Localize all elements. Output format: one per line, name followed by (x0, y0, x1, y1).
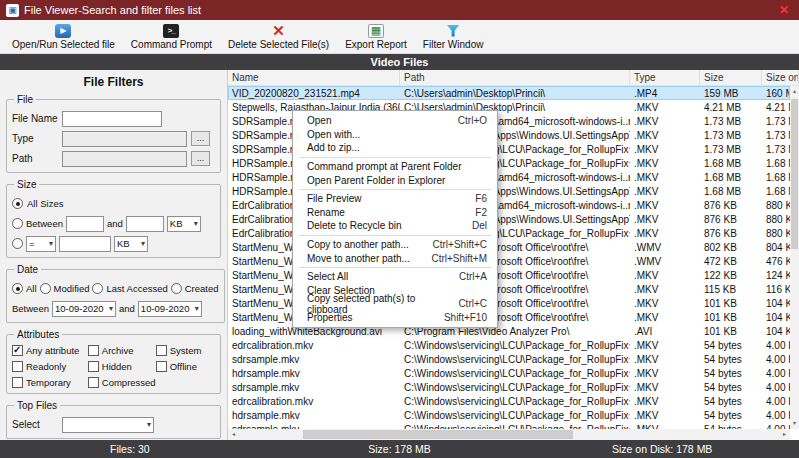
size-unit-value-2: KB (117, 238, 130, 249)
size-min-input[interactable] (66, 216, 104, 232)
column-header-size[interactable]: Size (700, 70, 762, 85)
context-menu-item[interactable]: Rename F2 (293, 206, 497, 220)
all-sizes-radio[interactable] (12, 198, 23, 209)
toolbar-label: Delete Selected File(s) (228, 39, 329, 50)
context-menu-item[interactable]: Delete to Recycle bin Del (293, 219, 497, 233)
file-name-input[interactable] (62, 111, 162, 127)
toolbar-button[interactable]: Open/Run Selected file (4, 20, 123, 53)
context-menu-item[interactable]: Copy selected path(s) to clipboard Ctrl+… (293, 297, 497, 311)
column-header-type[interactable]: Type (630, 70, 700, 85)
table-row[interactable]: VID_20200820_231521.mp4 C:\Users\admin\D… (228, 86, 790, 100)
horizontal-scrollbar-thumb[interactable] (303, 430, 573, 439)
context-menu-item[interactable]: Copy to another path... Ctrl+Shift+C (293, 238, 497, 252)
context-menu-item[interactable]: Move to another path... Ctrl+Shift+M (293, 251, 497, 265)
attribute-checkbox[interactable] (156, 361, 167, 372)
cell-size-on-disk: 4.00 KB (762, 340, 790, 351)
path-row: Path ... (12, 150, 215, 167)
menu-item-shortcut: F2 (475, 207, 487, 218)
context-menu-item[interactable]: Add to zip... (293, 141, 497, 155)
cell-size-on-disk: 1.68 MB (762, 186, 790, 197)
context-menu-item[interactable]: Open Ctrl+O (293, 114, 497, 128)
path-input[interactable] (62, 151, 187, 167)
toolbar-button[interactable]: Export Report (337, 20, 415, 53)
column-header-size-on-disk[interactable]: Size on Disk (762, 70, 799, 85)
size-unit-select-2[interactable]: KB (114, 236, 148, 252)
size-between-radio[interactable] (12, 218, 23, 229)
attribute-checkbox[interactable] (88, 377, 99, 388)
date-created-radio[interactable] (171, 283, 182, 294)
menu-item-shortcut: Ctrl+C (458, 298, 487, 309)
cell-path: C:\Windows\servicing\LCU\Package_for_Rol… (400, 382, 630, 393)
toolbar-button[interactable]: Command Prompt (123, 20, 220, 53)
attribute-option[interactable]: Offline (156, 361, 215, 372)
cell-size-on-disk: 804 KB (762, 242, 790, 253)
attribute-option[interactable]: Temporary (12, 377, 88, 388)
path-browse-button[interactable]: ... (191, 151, 210, 166)
column-header-path[interactable]: Path (400, 70, 630, 85)
table-row[interactable]: hdrsample.mkv C:\Windows\servicing\LCU\P… (228, 366, 790, 380)
type-label: Type (12, 133, 58, 144)
attribute-checkbox[interactable] (156, 345, 167, 356)
scroll-left-icon[interactable] (228, 429, 239, 440)
date-to-picker[interactable]: 10-09-2020 (138, 301, 202, 317)
attribute-checkbox[interactable] (12, 345, 23, 356)
table-row[interactable]: sdrsample.mkv C:\Windows\servicing\LCU\P… (228, 380, 790, 394)
size-operator-select[interactable]: = (26, 236, 56, 252)
date-last-accessed-radio[interactable] (92, 283, 103, 294)
attribute-checkbox[interactable] (88, 361, 99, 372)
table-header: Name Path Type Size Size on Disk (228, 70, 799, 86)
attribute-option[interactable]: Readonly (12, 361, 88, 372)
table-row[interactable]: sdrsample.mkv C:\Windows\servicing\LCU\P… (228, 352, 790, 366)
context-menu-item[interactable]: Open Parent Folder in Explorer (293, 173, 497, 187)
cell-size-on-disk: 104 KB (762, 298, 790, 309)
attribute-checkbox[interactable] (88, 345, 99, 356)
table-row[interactable]: edrcalibration.mkv C:\Windows\servicing\… (228, 394, 790, 408)
attributes-filter-group: Attributes Any attribute Archive System … (6, 329, 221, 394)
context-menu-item[interactable]: Select All Ctrl+A (293, 270, 497, 284)
cell-size-on-disk: 4.00 KB (762, 396, 790, 407)
table-row[interactable]: sdrsample.mkv C:\Windows\servicing\LCU\P… (228, 422, 790, 429)
vertical-scrollbar[interactable] (790, 86, 799, 429)
all-sizes-option[interactable]: All Sizes (12, 195, 215, 212)
status-files-count: Files: 30 (110, 443, 150, 455)
attribute-checkbox[interactable] (12, 361, 23, 372)
attribute-label: Any attribute (26, 345, 79, 356)
date-filter-group: Date All Modified Last Accessed Created … (6, 264, 225, 323)
column-header-name[interactable]: Name (228, 70, 400, 85)
path-label: Path (12, 153, 58, 164)
scroll-up-icon[interactable] (790, 86, 799, 97)
toolbar: Open/Run Selected file Command Prompt De… (0, 20, 799, 54)
cell-name: sdrsample.mkv (228, 354, 400, 365)
date-from-picker[interactable]: 10-09-2020 (52, 301, 116, 317)
type-browse-button[interactable]: ... (191, 131, 210, 146)
vertical-scrollbar-thumb[interactable] (791, 99, 798, 249)
table-row[interactable]: edrcalibration.mkv C:\Windows\servicing\… (228, 338, 790, 352)
horizontal-scrollbar[interactable] (228, 429, 790, 440)
size-max-input[interactable] (126, 216, 164, 232)
context-menu-item[interactable]: File Preview F6 (293, 192, 497, 206)
scroll-down-icon[interactable] (790, 418, 799, 429)
toolbar-button[interactable]: Filter Window (415, 20, 492, 53)
cell-type: .MKV (630, 172, 700, 183)
attribute-option[interactable]: Hidden (88, 361, 156, 372)
attribute-option[interactable]: Any attribute (12, 345, 88, 356)
close-icon[interactable] (775, 3, 793, 17)
size-unit-select[interactable]: KB (167, 216, 201, 232)
attribute-checkbox[interactable] (12, 377, 23, 388)
cell-size-on-disk: 880 KB (762, 214, 790, 225)
top-files-select[interactable] (62, 417, 154, 433)
date-modified-radio[interactable] (40, 283, 51, 294)
context-menu-item[interactable]: Command prompt at Parent Folder (293, 160, 497, 174)
date-all-radio[interactable] (12, 283, 23, 294)
attribute-option[interactable]: Archive (88, 345, 156, 356)
context-menu-item[interactable]: Open with... (293, 128, 497, 142)
cell-type: .MKV (630, 382, 700, 393)
size-value-input[interactable] (59, 236, 111, 252)
scroll-right-icon[interactable] (779, 429, 790, 440)
toolbar-button[interactable]: Delete Selected File(s) (220, 20, 337, 53)
size-compare-radio[interactable] (12, 238, 23, 249)
attribute-option[interactable]: Compressed (88, 377, 156, 388)
attribute-option[interactable]: System (156, 345, 215, 356)
table-row[interactable]: hdrsample.mkv C:\Windows\servicing\LCU\P… (228, 408, 790, 422)
type-input[interactable] (62, 131, 187, 147)
